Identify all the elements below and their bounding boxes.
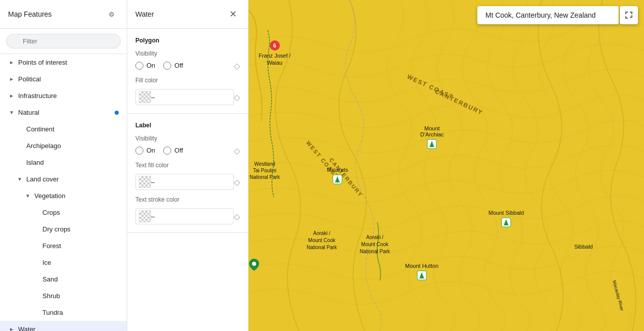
- sidebar-item-points-of-interest[interactable]: ►Points of interest: [0, 54, 127, 71]
- text-fill-color-diamond[interactable]: ◇: [234, 177, 240, 187]
- chevron-right-icon: ►: [8, 60, 15, 65]
- polygon-fill-color-swatch: [139, 91, 151, 103]
- map-search: [477, 6, 619, 24]
- chevron-down-icon: ▼: [8, 110, 15, 115]
- label-section-title: Label: [135, 122, 240, 129]
- chevron-right-icon: ►: [8, 76, 15, 82]
- modified-indicator: [115, 111, 119, 115]
- text-fill-color-label: Text fill color: [135, 162, 240, 169]
- gear-icon: ⚙: [109, 11, 115, 18]
- sidebar-item-label-archipelago: Archipelago: [26, 142, 119, 150]
- polygon-on-radio[interactable]: [135, 62, 143, 70]
- sidebar-item-label-continent: Continent: [26, 125, 119, 133]
- polygon-visibility-radios: On Off: [135, 62, 183, 70]
- panel-header: Water ✕: [127, 0, 248, 29]
- text-stroke-color-row: – ◇: [135, 208, 240, 224]
- polygon-fill-color-input-wrap[interactable]: –: [135, 89, 234, 105]
- label-visibility-label: Visibility: [135, 135, 240, 142]
- filter-input[interactable]: [6, 34, 121, 49]
- polygon-fill-color-value: –: [151, 93, 181, 101]
- text-fill-color-value: –: [151, 178, 181, 186]
- text-stroke-color-value: –: [151, 213, 181, 220]
- sidebar-item-sand[interactable]: Sand: [0, 271, 127, 288]
- sidebar-item-forest[interactable]: Forest: [0, 238, 127, 254]
- sidebar-item-tundra[interactable]: Tundra: [0, 304, 127, 321]
- label-visibility-on[interactable]: On: [135, 147, 155, 155]
- label-section: Label Visibility On Off ◇ Text fill colo…: [127, 114, 248, 233]
- sidebar-item-label-infrastructure: Infrastructure: [18, 92, 119, 100]
- filter-wrap: [6, 34, 121, 49]
- polygon-off-radio[interactable]: [163, 62, 171, 70]
- label-visibility-row: On Off ◇: [135, 146, 240, 156]
- chevron-down-icon: ▼: [24, 193, 31, 199]
- text-fill-color-row: – ◇: [135, 174, 240, 190]
- polygon-off-label: Off: [174, 62, 183, 69]
- text-stroke-color-input-wrap[interactable]: –: [135, 208, 234, 224]
- sidebar-item-vegetation[interactable]: ▼Vegetation: [0, 187, 127, 204]
- label-off-radio[interactable]: [163, 147, 171, 155]
- label-on-radio[interactable]: [135, 147, 143, 155]
- sidebar-item-label-island: Island: [26, 159, 119, 166]
- sidebar-item-archipelago[interactable]: Archipelago: [0, 137, 127, 154]
- filter-bar: [0, 29, 127, 54]
- sidebar-item-water[interactable]: ►Water: [0, 321, 127, 331]
- map-area[interactable]: WEST COAST CANTERBURY WEST COAST CANTERB…: [249, 0, 644, 331]
- sidebar-item-crops[interactable]: Crops: [0, 204, 127, 221]
- sidebar-title: Map Features: [8, 10, 52, 18]
- sidebar-item-label-ice: Ice: [42, 259, 119, 266]
- sidebar-item-label-sand: Sand: [42, 275, 119, 283]
- sidebar-item-label-natural: Natural: [18, 109, 115, 116]
- map-search-input[interactable]: [477, 6, 619, 24]
- sidebar-item-dry-crops[interactable]: Dry crops: [0, 221, 127, 238]
- polygon-on-label: On: [146, 62, 155, 69]
- sidebar-item-label-tundra: Tundra: [42, 309, 119, 316]
- fullscreen-button[interactable]: [620, 6, 638, 24]
- sidebar-item-natural[interactable]: ▼Natural: [0, 104, 127, 121]
- label-visibility-off[interactable]: Off: [163, 147, 183, 155]
- text-stroke-color-label: Text stroke color: [135, 196, 240, 203]
- sidebar-item-label-shrub: Shrub: [42, 292, 119, 300]
- settings-button[interactable]: ⚙: [105, 7, 119, 21]
- sidebar: Map Features ⚙ ►Points of interest►Polit…: [0, 0, 127, 331]
- sidebar-item-label-political: Political: [18, 75, 119, 83]
- sidebar-item-continent[interactable]: Continent: [0, 121, 127, 137]
- chevron-down-icon: ▼: [16, 176, 23, 182]
- sidebar-item-shrub[interactable]: Shrub: [0, 288, 127, 304]
- map-terrain: [249, 0, 644, 331]
- text-stroke-color-swatch: [139, 210, 151, 222]
- sidebar-item-political[interactable]: ►Political: [0, 71, 127, 87]
- sidebar-item-label-crops: Crops: [42, 209, 119, 216]
- text-stroke-color-diamond[interactable]: ◇: [234, 212, 240, 221]
- sidebar-item-infrastructure[interactable]: ►Infrastructure: [0, 87, 127, 104]
- label-off-label: Off: [174, 147, 183, 154]
- polygon-fill-color-row: – ◇: [135, 89, 240, 105]
- sidebar-header: Map Features ⚙: [0, 0, 127, 29]
- fullscreen-icon: [625, 11, 633, 19]
- close-icon: ✕: [229, 9, 237, 20]
- sidebar-item-label-water: Water: [18, 325, 119, 331]
- label-visibility-diamond[interactable]: ◇: [234, 146, 240, 156]
- label-on-label: On: [146, 147, 155, 154]
- panel-title: Water: [135, 10, 154, 18]
- sidebar-item-land-cover[interactable]: ▼Land cover: [0, 171, 127, 187]
- polygon-fill-color-label: Fill color: [135, 77, 240, 84]
- polygon-section-title: Polygon: [135, 37, 240, 44]
- polygon-visibility-diamond[interactable]: ◇: [234, 61, 240, 71]
- nav-list: ►Points of interest►Political►Infrastruc…: [0, 54, 127, 331]
- water-panel: Water ✕ Polygon Visibility On Off ◇ Fill…: [127, 0, 249, 331]
- chevron-right-icon: ►: [8, 93, 15, 99]
- close-button[interactable]: ✕: [226, 7, 240, 21]
- polygon-visibility-label: Visibility: [135, 50, 240, 57]
- polygon-visibility-row: On Off ◇: [135, 61, 240, 71]
- sidebar-item-label-land-cover: Land cover: [26, 175, 119, 183]
- polygon-visibility-on[interactable]: On: [135, 62, 155, 70]
- sidebar-item-island[interactable]: Island: [0, 154, 127, 171]
- sidebar-item-label-forest: Forest: [42, 242, 119, 250]
- polygon-fill-color-diamond[interactable]: ◇: [234, 92, 240, 102]
- sidebar-item-ice[interactable]: Ice: [0, 254, 127, 271]
- polygon-section: Polygon Visibility On Off ◇ Fill color –: [127, 29, 248, 114]
- sidebar-item-label-vegetation: Vegetation: [34, 192, 119, 200]
- text-fill-color-input-wrap[interactable]: –: [135, 174, 234, 190]
- polygon-visibility-off[interactable]: Off: [163, 62, 183, 70]
- chevron-right-icon: ►: [8, 326, 15, 331]
